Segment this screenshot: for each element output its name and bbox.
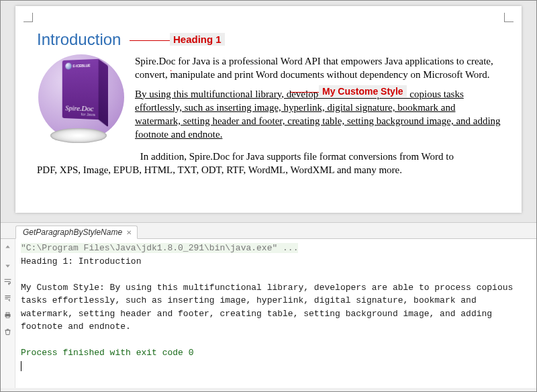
paragraph-3: In addition, Spire.Doc for Java supports… (37, 150, 500, 177)
product-title: Spire.Doc (65, 104, 95, 113)
text-caret (21, 361, 21, 371)
paragraph-1: Spire.Doc for Java is a professional Wor… (135, 54, 503, 82)
scroll-to-end-icon[interactable] (3, 293, 12, 305)
console-line-2: My Custom Style: By using this multifunc… (21, 283, 518, 332)
console-command: "C:\Program Files\Java\jdk1.8.0_291\bin\… (21, 243, 298, 253)
annotation-label-custom: My Custome Style (319, 85, 407, 98)
console-output[interactable]: "C:\Program Files\Java\jdk1.8.0_291\bin\… (15, 239, 536, 388)
product-illustration: E-ICEBLUE Spire.Doc for Java (38, 54, 126, 142)
console-row: "C:\Program Files\Java\jdk1.8.0_291\bin\… (1, 239, 536, 388)
console-tab-bar: GetParagraphByStyleName ✕ (1, 223, 536, 239)
print-icon[interactable] (3, 310, 12, 322)
doc-heading: Introduction (37, 30, 121, 48)
console-line-1: Heading 1: Introduction (21, 256, 141, 266)
paragraph-2-text: By using this multifunctional library, d… (135, 89, 501, 140)
paragraphs: Spire.Doc for Java is a professional Wor… (135, 54, 503, 147)
paragraph-2: By using this multifunctional library, d… (135, 87, 503, 142)
console-gutter (1, 239, 15, 388)
arrow-down-icon[interactable] (3, 260, 12, 272)
document-preview-pane: Introduction Heading 1 . E-ICEBLUE (1, 1, 536, 223)
annotation-label-heading: Heading 1 (170, 33, 225, 46)
console-tab-label: GetParagraphByStyleName (23, 228, 122, 237)
paragraph-3-first: In addition, Spire.Doc for Java supports… (140, 151, 454, 162)
paragraph-3-rest: PDF, XPS, Image, EPUB, HTML, TXT, ODT, R… (37, 164, 402, 175)
product-box: E-ICEBLUE Spire.Doc for Java (62, 59, 99, 119)
crop-mark-top-left (23, 13, 33, 22)
body-row: E-ICEBLUE Spire.Doc for Java Spire.Doc f… (34, 54, 503, 147)
heading-row: Introduction Heading 1 . (37, 30, 503, 49)
logo-dot-icon (65, 62, 71, 69)
console-tab[interactable]: GetParagraphByStyleName ✕ (15, 226, 138, 239)
arrow-up-icon[interactable] (3, 243, 12, 255)
ide-pane: GetParagraphByStyleName ✕ "C: (1, 223, 536, 388)
svg-rect-1 (6, 312, 9, 313)
brand-logo: E-ICEBLUE (65, 62, 95, 69)
brand-text: E-ICEBLUE (73, 63, 91, 68)
soft-wrap-icon[interactable] (3, 277, 12, 289)
annotation-line-custom (291, 92, 319, 93)
illustration-circle: E-ICEBLUE Spire.Doc for Java (38, 54, 124, 140)
close-icon[interactable]: ✕ (126, 229, 132, 236)
product-subtitle: for Java (65, 111, 95, 117)
disc-icon (50, 128, 107, 143)
trash-icon[interactable] (3, 327, 12, 339)
document-page: Introduction Heading 1 . E-ICEBLUE (15, 6, 522, 213)
console-exit-line: Process finished with exit code 0 (21, 348, 193, 358)
crop-mark-top-right (504, 13, 514, 22)
annotation-line-heading (130, 40, 170, 41)
svg-rect-2 (6, 316, 9, 317)
